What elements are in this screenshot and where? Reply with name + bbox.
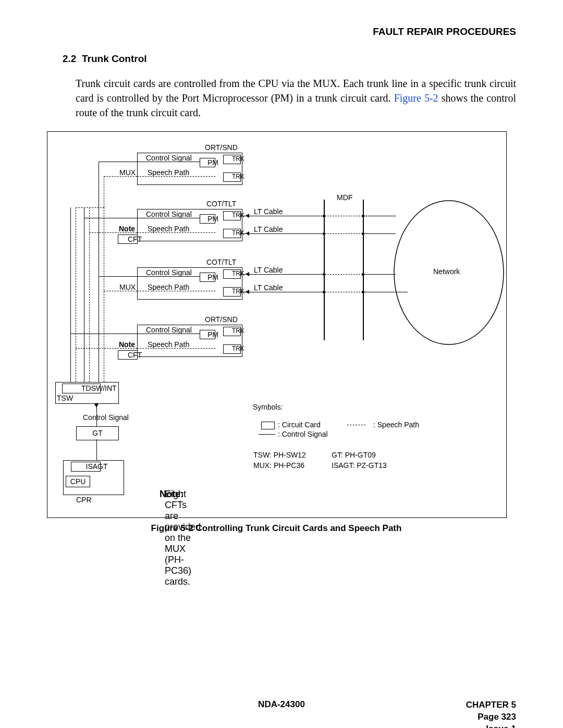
speech-label: Speech Path: [148, 225, 189, 233]
note-label: Note: [119, 225, 135, 233]
legend-circuit-card: : Circuit Card: [278, 421, 321, 429]
riser-speech-icon: [89, 207, 90, 382]
trk-box: TRK: [223, 211, 241, 220]
figure-reference-link[interactable]: Figure 5-2: [394, 92, 438, 104]
legend-isagt: ISAGT: PZ-GT13: [332, 461, 387, 470]
lt-cable-label: LT Cable: [254, 225, 283, 233]
card-title: COT/TLT: [206, 200, 236, 208]
riser-icon: [99, 207, 99, 382]
note-label: Note: [119, 340, 135, 349]
footer-doc-id: NDA-24300: [258, 699, 305, 710]
cpu-inner-box: CPU: [66, 476, 90, 487]
ctrl-label: Control Signal: [146, 210, 192, 218]
isagt-box: ISAGT: [71, 462, 101, 472]
lt-cable-label: LT Cable: [254, 207, 283, 216]
ctrl-label: Control Signal: [146, 154, 192, 162]
speech-label: Speech Path: [148, 168, 189, 177]
legend-dash-icon: [347, 425, 365, 425]
arrow-icon: [246, 290, 249, 294]
trk-box: TRK: [223, 172, 241, 182]
symbols-heading: Symbols:: [253, 403, 283, 411]
footer-issue: Issue 1: [466, 723, 516, 728]
section-heading: 2.2 Trunk Control: [63, 53, 516, 65]
trk-box: TRK: [223, 229, 241, 238]
card-title: COT/TLT: [206, 258, 236, 266]
tsw-label: TSW: [57, 394, 73, 402]
legend-solid-icon: [259, 434, 275, 435]
footer-chapter: CHAPTER 5: [466, 699, 516, 711]
arrow-icon: [246, 231, 249, 236]
arrow-icon: [246, 214, 249, 218]
network-label: Network: [433, 267, 460, 276]
note-text: Eight CFTs are provided on the MUX (PH-P…: [165, 489, 201, 587]
trk-box: TRK: [223, 269, 241, 279]
ctrl-signal-label: Control Signal: [83, 413, 129, 422]
pm-box: PM: [200, 158, 215, 167]
speech-label: Speech Path: [148, 283, 189, 291]
legend-mux: MUX: PH-PC36: [253, 461, 304, 470]
figure-5-2: Network MDF ORT/SND Control Signal Speec…: [47, 131, 507, 518]
speech-label: Speech Path: [148, 340, 189, 349]
tdsw-int-box: TDSW/INT: [62, 384, 101, 393]
mux-label: MUX: [119, 283, 136, 291]
legend-tsw: TSW: PH-SW12: [253, 451, 306, 459]
pm-box: PM: [200, 214, 215, 224]
ctrl-label: Control Signal: [146, 326, 192, 334]
riser-speech-icon: [104, 207, 104, 382]
riser-icon: [84, 207, 84, 382]
body-paragraph: Trunk circuit cards are controlled from …: [76, 76, 516, 120]
cpr-label: CPR: [76, 496, 92, 504]
arrow-icon: [94, 404, 99, 408]
riser-icon: [70, 207, 71, 382]
trk-box: TRK: [223, 155, 241, 164]
pm-box: PM: [200, 273, 215, 282]
arrow-icon: [246, 272, 249, 276]
card-title: ORT/SND: [205, 315, 238, 324]
trk-box: TRK: [223, 287, 241, 297]
footer-page: Page 323: [466, 711, 516, 723]
running-header: FAULT REPAIR PROCEDURES: [47, 26, 516, 38]
section-title: Trunk Control: [82, 53, 147, 64]
mux-label: MUX: [119, 168, 136, 177]
trk-box: TRK: [223, 327, 241, 336]
figure-note: Note: Eight CFTs are provided on the MUX…: [160, 489, 165, 500]
figure-caption: Figure 5-2 Controlling Trunk Circuit Car…: [47, 523, 506, 534]
legend-speech-path: : Speech Path: [373, 421, 419, 429]
mdf-bar-right-icon: [363, 200, 364, 340]
trk-box: TRK: [223, 344, 241, 354]
page-content: FAULT REPAIR PROCEDURES 2.2 Trunk Contro…: [47, 26, 516, 534]
mdf-bar-left-icon: [324, 200, 325, 340]
ctrl-label: Control Signal: [146, 268, 192, 277]
legend-box-icon: [261, 422, 275, 429]
legend-gt: GT: PH-GT09: [332, 451, 376, 459]
mdf-label: MDF: [337, 193, 352, 202]
legend-control-signal: : Control Signal: [278, 430, 328, 438]
cft-box: CFT: [118, 350, 138, 360]
lt-cable-label: LT Cable: [254, 283, 283, 292]
card-title: ORT/SND: [205, 143, 238, 152]
section-number: 2.2: [63, 53, 76, 64]
gt-box: GT: [76, 426, 119, 440]
cft-box: CFT: [118, 235, 138, 244]
pm-box: PM: [200, 330, 215, 339]
riser-speech-icon: [76, 207, 76, 382]
lt-cable-label: LT Cable: [254, 266, 283, 274]
